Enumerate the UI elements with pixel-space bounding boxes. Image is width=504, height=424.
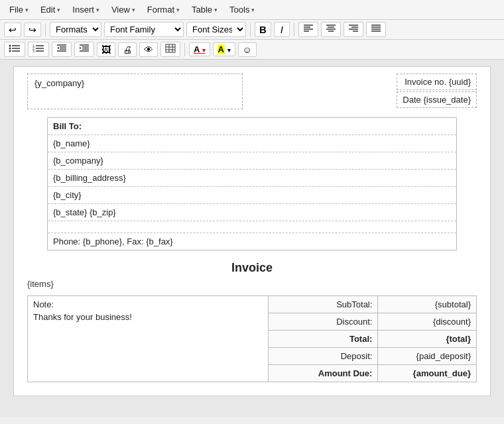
menu-edit-arrow: ▾	[57, 7, 60, 13]
bill-to-section: Bill To: {b_name} {b_company} {b_billing…	[47, 117, 457, 250]
indent-button[interactable]	[74, 42, 94, 57]
b-phone-fax-value: Phone: {b_phone}, Fax: {b_fax}	[53, 237, 173, 246]
font-color-arrow: ▾	[202, 47, 206, 54]
emoji-button[interactable]: ☺	[238, 42, 257, 57]
note-cell[interactable]: Note: Thanks for your business!	[28, 296, 269, 382]
amount-due-value: {amount_due}	[378, 365, 477, 382]
date-value: {issue_date}	[423, 95, 471, 105]
menu-file[interactable]: File ▾	[4, 3, 34, 17]
outdent-button[interactable]	[52, 42, 72, 57]
align-right-button[interactable]	[344, 22, 363, 37]
bill-to-label: Bill To:	[53, 121, 82, 131]
unordered-list-icon	[9, 44, 21, 53]
insert-table-button[interactable]	[160, 42, 180, 57]
subtotal-label: SubTotal:	[269, 296, 378, 313]
menu-table-arrow: ▾	[214, 7, 218, 13]
toolbar-row-1: ↩ ↪ Formats Font Family Font Sizes B I	[0, 20, 504, 40]
svg-marker-37	[80, 47, 82, 49]
bg-color-button[interactable]: A ▾	[213, 42, 235, 56]
menu-view[interactable]: View ▾	[106, 3, 141, 17]
font-sizes-select[interactable]: Font Sizes	[186, 22, 246, 37]
align-justify-button[interactable]	[366, 22, 386, 37]
menu-format[interactable]: Format ▾	[142, 3, 185, 17]
menu-format-arrow: ▾	[176, 7, 180, 13]
invoice-no-value: {uuid}	[449, 77, 471, 87]
b-address-value: {b_billing_address}	[53, 173, 126, 183]
italic-button[interactable]: I	[274, 22, 290, 37]
menu-tools-arrow: ▾	[251, 7, 255, 13]
ordered-list-icon: 1. 2. 3.	[32, 44, 44, 53]
invoice-meta: Invoice no. {uuid} Date {issue_date}	[397, 74, 477, 109]
undo-button[interactable]: ↩	[4, 23, 21, 37]
document-page: {y_company} Invoice no. {uuid} Date {iss…	[13, 66, 491, 396]
company-field[interactable]: {y_company}	[27, 74, 243, 109]
invoice-header: {y_company} Invoice no. {uuid} Date {iss…	[27, 74, 477, 109]
deposit-value: {paid_deposit}	[378, 348, 477, 365]
b-city-value: {b_city}	[53, 190, 82, 200]
svg-text:3.: 3.	[32, 49, 35, 53]
subtotal-value: {subtotal}	[378, 296, 477, 313]
date-row: Date {issue_date}	[397, 91, 477, 108]
align-left-icon	[303, 24, 314, 33]
preview-button[interactable]: 👁	[139, 42, 158, 57]
separator-4	[184, 43, 185, 56]
amount-due-label: Amount Due:	[269, 365, 378, 382]
menu-insert[interactable]: Insert ▾	[67, 3, 105, 17]
b-state-zip-row[interactable]: {b_state} {b_zip}	[48, 204, 456, 221]
menu-table[interactable]: Table ▾	[186, 3, 223, 17]
b-spacer-row	[48, 221, 456, 233]
b-address-row[interactable]: {b_billing_address}	[48, 170, 456, 187]
b-state-zip-value: {b_state} {b_zip}	[53, 207, 116, 217]
invoice-no-label: Invoice no.	[405, 77, 446, 87]
font-family-select[interactable]: Font Family	[104, 22, 184, 37]
b-name-value: {b_name}	[53, 138, 90, 148]
menu-edit[interactable]: Edit ▾	[35, 3, 66, 17]
redo-button[interactable]: ↪	[24, 23, 41, 37]
ordered-list-button[interactable]: 1. 2. 3.	[28, 42, 49, 57]
b-phone-fax-row[interactable]: Phone: {b_phone}, Fax: {b_fax}	[48, 233, 456, 250]
discount-value: {discount}	[378, 313, 477, 331]
svg-point-18	[9, 48, 11, 50]
separator-2	[250, 23, 251, 36]
svg-point-20	[9, 50, 11, 52]
bg-color-icon: A	[218, 44, 225, 54]
invoice-no-row: Invoice no. {uuid}	[397, 74, 477, 90]
insert-image-button[interactable]: 🖼	[97, 42, 115, 57]
menu-view-arrow: ▾	[132, 7, 135, 13]
note-label: Note:	[33, 299, 263, 309]
date-label: Date	[403, 95, 420, 105]
items-placeholder[interactable]: {items}	[27, 279, 477, 289]
align-center-button[interactable]	[321, 22, 341, 37]
b-company-value: {b_company}	[53, 156, 103, 166]
note-value: Thanks for your business!	[33, 312, 263, 322]
invoice-title: Invoice	[27, 261, 477, 275]
svg-rect-38	[166, 44, 175, 52]
print-button[interactable]: 🖨	[118, 42, 137, 57]
menu-insert-arrow: ▾	[96, 7, 99, 13]
menu-file-arrow: ▾	[25, 7, 29, 13]
separator-3	[294, 23, 294, 36]
menu-tools[interactable]: Tools ▾	[224, 3, 260, 17]
bottom-table: Note: Thanks for your business! SubTotal…	[27, 295, 477, 382]
svg-marker-32	[57, 47, 59, 49]
unordered-list-button[interactable]	[4, 42, 25, 57]
bold-button[interactable]: B	[255, 22, 271, 37]
menu-bar: File ▾ Edit ▾ Insert ▾ View ▾ Format ▾ T…	[0, 0, 504, 20]
b-company-row[interactable]: {b_company}	[48, 152, 456, 170]
font-color-button[interactable]: A ▾	[189, 42, 210, 56]
total-label: Total:	[269, 331, 378, 348]
insert-table-icon	[165, 44, 176, 53]
editor-area: {y_company} Invoice no. {uuid} Date {iss…	[0, 60, 504, 417]
font-color-icon: A	[194, 44, 200, 54]
formats-select[interactable]: Formats	[50, 22, 101, 37]
bill-to-label-row: Bill To:	[48, 118, 456, 135]
b-city-row[interactable]: {b_city}	[48, 187, 456, 204]
toolbar-row-2: 1. 2. 3. 🖼 🖨 👁	[0, 40, 504, 60]
total-value: {total}	[378, 331, 477, 348]
subtotal-row: Note: Thanks for your business! SubTotal…	[28, 296, 477, 313]
bg-color-arrow: ▾	[227, 47, 231, 54]
b-name-row[interactable]: {b_name}	[48, 135, 456, 152]
align-left-button[interactable]	[298, 22, 318, 37]
deposit-label: Deposit:	[269, 348, 378, 365]
outdent-icon	[56, 44, 67, 53]
